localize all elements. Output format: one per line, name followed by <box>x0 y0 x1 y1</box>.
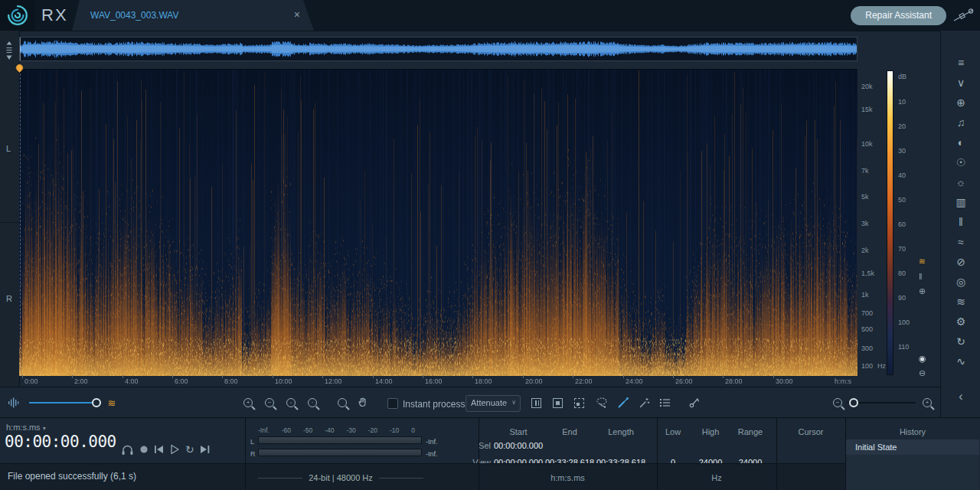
meter-right-label: R <box>250 450 256 458</box>
free-selection-icon <box>574 398 584 408</box>
db-tick-label: 50 <box>898 196 906 204</box>
waveform-overview-canvas[interactable] <box>20 38 857 60</box>
de-reverb-icon[interactable]: ≋ <box>954 296 968 308</box>
brush-tool-active[interactable] <box>614 387 632 418</box>
chevron-down-icon: ▾ <box>43 425 46 432</box>
history-panel-title: History <box>845 427 980 436</box>
time-freq-selection-tool[interactable] <box>548 387 567 418</box>
next-button[interactable] <box>200 443 211 456</box>
tab-close-icon[interactable]: × <box>294 8 300 21</box>
module-list-icon[interactable]: ≡ <box>954 57 968 69</box>
db-tick-label: 80 <box>898 270 906 277</box>
time-tick-label: 10:00 <box>273 377 292 385</box>
zoom-reset-icon: · <box>308 398 317 407</box>
zoom-reset-button[interactable]: · <box>303 387 322 418</box>
hzoom-slider[interactable] <box>847 402 916 403</box>
blend-slider-knob[interactable] <box>92 398 101 407</box>
suggestion-bulb-icon[interactable]: ☉ <box>954 156 968 168</box>
freq-scroll-knob-icon[interactable]: ◉ <box>919 354 926 363</box>
hzoom-slider-knob[interactable] <box>849 398 858 407</box>
freq-zoom-in-icon[interactable]: ⊕ <box>919 287 926 296</box>
zoom-selection-button[interactable]: ▫ <box>282 387 300 418</box>
channel-label-right[interactable]: R <box>6 294 12 303</box>
brightness-icon[interactable]: ☼ <box>954 176 968 188</box>
spectrogram-contrast-icon[interactable]: ◐ <box>954 136 968 149</box>
signal-chain-icon[interactable] <box>951 6 977 28</box>
skip-forward-icon <box>200 445 211 454</box>
meter-scale-label: -40 <box>325 426 334 434</box>
freq-tick-label: 10k <box>861 140 873 148</box>
zoom-out-button[interactable]: − <box>260 387 279 418</box>
freq-col-high: High <box>692 427 729 436</box>
amplitude-colorbar[interactable] <box>887 70 893 375</box>
freq-scale-waves-icon[interactable]: ≋ <box>919 257 926 266</box>
previous-button[interactable] <box>154 443 165 456</box>
magnify-tool-button[interactable] <box>333 387 351 418</box>
sample-probe-tool[interactable] <box>684 387 703 418</box>
meter-scale-label: -30 <box>346 426 355 434</box>
blend-slider[interactable] <box>29 402 100 403</box>
frequency-ruler[interactable]: 20k15k10k7k5k3k2k1,5k1k700500300100 <box>859 69 885 375</box>
magic-wand-tool[interactable] <box>635 387 654 418</box>
instant-process-checkbox[interactable] <box>387 398 398 409</box>
module-icon-list: ≡∨⊕♫◐☉☼▥‖≈⊘◎≋⚙↻∿ <box>954 31 968 368</box>
zoom-in-button[interactable]: + <box>239 387 257 418</box>
plugin-bars-icon[interactable]: ‖ <box>954 216 968 228</box>
play-button[interactable] <box>170 443 180 456</box>
history-item-initial-state[interactable]: Initial State <box>846 439 979 455</box>
free-selection-tool[interactable] <box>570 387 588 418</box>
event-list-tool[interactable] <box>655 387 674 418</box>
freq-tick-label: 500 <box>861 325 873 333</box>
izotope-logo <box>0 0 35 31</box>
resample-icon[interactable]: ↻ <box>954 335 968 348</box>
time-ruler[interactable]: 0:002:004:006:008:0010:0012:0014:0016:00… <box>19 375 858 387</box>
freq-tick-label: 7k <box>861 167 869 175</box>
loop-button[interactable]: ↻ <box>185 443 194 456</box>
channel-label-left[interactable]: L <box>6 144 11 153</box>
main-toolbar: ≋ + − ▫ · Instant process Attenuate ∨ <box>0 387 940 418</box>
settings-gear-icon[interactable]: ⚙ <box>954 315 968 328</box>
meter-scale-label: -10 <box>390 426 399 434</box>
playhead-time-display[interactable]: 00:00:00.000 <box>5 433 116 451</box>
sidebar-collapse-icon[interactable]: ‹ <box>959 390 962 403</box>
process-mode-dropdown[interactable]: Attenuate ∨ <box>466 395 521 412</box>
playhead-line[interactable] <box>20 70 21 376</box>
wave-module-icon[interactable]: ∿ <box>954 355 968 368</box>
pan-hand-tool-button[interactable] <box>354 387 372 418</box>
presets-chevron-icon[interactable]: ∨ <box>954 77 968 89</box>
de-clip-icon[interactable]: ⊘ <box>954 256 968 268</box>
file-tab[interactable]: WAV_0043_003.WAV × <box>72 0 314 31</box>
time-tick-label: 0:00 <box>22 377 38 385</box>
module-sidebar[interactable]: ≡∨⊕♫◐☉☼▥‖≈⊘◎≋⚙↻∿ ‹ <box>940 31 980 417</box>
find-similar-icon[interactable]: ⊕ <box>954 96 968 109</box>
db-tick-label: 10 <box>898 98 906 106</box>
repair-assistant-button[interactable]: Repair Assistant <box>851 6 946 25</box>
zoom-selection-icon: ▫ <box>286 398 296 407</box>
lasso-tool[interactable] <box>593 387 611 418</box>
izotope-swirl-icon <box>7 5 28 26</box>
meter-left-label: L <box>250 438 254 446</box>
overview-expand-icon[interactable] <box>4 40 15 64</box>
ambience-match-icon[interactable]: ≈ <box>954 236 968 248</box>
record-button[interactable] <box>139 443 149 456</box>
db-tick-label: 40 <box>898 172 906 179</box>
time-format-dropdown[interactable]: h:m:s.ms▾ <box>6 423 46 432</box>
time-selection-tool[interactable] <box>527 387 545 418</box>
loudness-target-icon[interactable]: ◎ <box>954 276 968 288</box>
history-list[interactable]: Initial State <box>846 439 979 490</box>
waveform-overview[interactable] <box>19 37 858 61</box>
hzoom-in-button[interactable]: + <box>918 387 936 418</box>
hzoom-out-button[interactable]: − <box>828 387 847 418</box>
spectrogram-view[interactable] <box>19 69 858 375</box>
music-rebalance-icon[interactable]: ♫ <box>954 116 968 129</box>
freq-zoom-out-icon[interactable]: ⊖ <box>919 369 926 377</box>
brush-icon <box>617 397 629 409</box>
db-tick-label: 20 <box>898 122 906 130</box>
zoom-out-icon: − <box>265 398 274 407</box>
spectrogram-blend-icon: ≋ <box>103 387 121 418</box>
spectrogram-canvas[interactable] <box>19 70 858 376</box>
monitor-button[interactable] <box>121 443 134 456</box>
freq-meter-bars-icon[interactable]: ‖ <box>919 273 923 281</box>
batch-columns-icon[interactable]: ▥ <box>954 196 968 208</box>
vertical-zoom-controls[interactable]: ≋‖⊕◉⊖ <box>916 69 934 375</box>
